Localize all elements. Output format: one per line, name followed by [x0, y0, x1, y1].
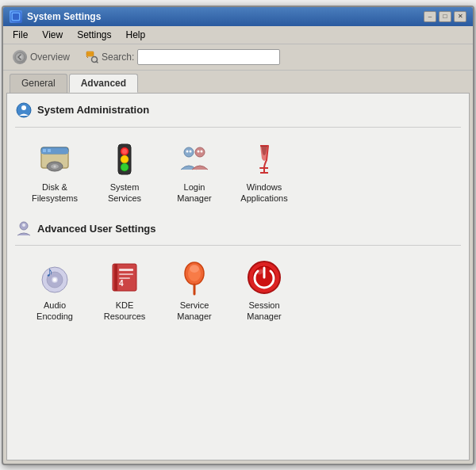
- close-button[interactable]: ✕: [454, 11, 466, 22]
- section-advanced-user-settings: Advanced User Settings ♪: [15, 220, 461, 326]
- svg-point-24: [190, 150, 192, 152]
- session-manager-icon: [245, 258, 283, 296]
- icon-item-session-manager[interactable]: SessionManager: [232, 255, 296, 326]
- back-icon: [13, 50, 27, 64]
- svg-point-25: [198, 150, 200, 152]
- content-area: System Administration: [6, 93, 470, 460]
- section-header-advanced-user: Advanced User Settings: [15, 220, 461, 237]
- system-services-icon: [106, 140, 144, 178]
- icon-item-kde-resources[interactable]: 4 KDE Resources: [93, 255, 156, 326]
- kde-resources-label: KDE Resources: [96, 300, 153, 323]
- svg-point-7: [21, 105, 26, 110]
- svg-rect-15: [48, 149, 51, 152]
- tabs: General Advanced: [3, 71, 473, 93]
- svg-point-23: [186, 150, 189, 152]
- service-manager-label: ServiceManager: [177, 300, 211, 323]
- icon-item-audio-encoding[interactable]: ♪ Audio Encoding: [23, 255, 86, 326]
- svg-text:4: 4: [119, 279, 124, 288]
- svg-point-30: [22, 224, 25, 227]
- svg-point-45: [190, 265, 199, 273]
- svg-point-21: [184, 147, 194, 157]
- icon-item-service-manager[interactable]: ServiceManager: [163, 255, 226, 326]
- title-bar-left: System Settings: [10, 10, 101, 23]
- icon-item-system-services[interactable]: SystemServices: [93, 137, 156, 208]
- menu-view[interactable]: View: [36, 28, 69, 42]
- search-label: Search:: [102, 52, 134, 63]
- search-icon: [86, 51, 98, 63]
- svg-rect-14: [43, 149, 46, 152]
- svg-point-13: [54, 165, 56, 167]
- svg-point-2: [15, 52, 25, 62]
- login-manager-icon: [175, 140, 213, 178]
- svg-rect-38: [119, 269, 133, 271]
- icon-item-login-manager[interactable]: Login Manager: [163, 137, 226, 208]
- audio-encoding-label: Audio Encoding: [26, 300, 83, 323]
- windows-applications-icon: [245, 140, 283, 178]
- toolbar: Overview Search:: [3, 44, 473, 71]
- window-icon: [10, 10, 22, 23]
- section-icon-advanced-user: [15, 220, 33, 237]
- svg-point-19: [121, 163, 129, 171]
- icon-grid-advanced-user: ♪ Audio Encoding: [15, 255, 461, 326]
- login-manager-label: Login Manager: [166, 182, 223, 204]
- kde-resources-icon: 4: [106, 258, 144, 296]
- search-input[interactable]: [137, 49, 280, 65]
- section-title-system-admin: System Administration: [37, 104, 149, 116]
- section-title-advanced-user: Advanced User Settings: [37, 223, 156, 235]
- svg-text:♪: ♪: [46, 264, 53, 280]
- menu-help[interactable]: Help: [120, 28, 152, 42]
- icon-grid-system-admin: Disk &Filesystems SystemServices: [15, 137, 461, 208]
- back-label: Overview: [30, 52, 70, 63]
- svg-rect-37: [114, 264, 117, 291]
- service-manager-icon: [175, 258, 213, 296]
- search-area: Search:: [81, 48, 285, 67]
- tab-general[interactable]: General: [10, 74, 67, 93]
- section-system-administration: System Administration: [15, 101, 461, 208]
- session-manager-label: SessionManager: [247, 300, 281, 323]
- maximize-button[interactable]: □: [439, 11, 451, 22]
- menu-settings[interactable]: Settings: [71, 28, 117, 42]
- svg-rect-39: [119, 273, 133, 275]
- windows-applications-label: WindowsApplications: [240, 182, 287, 204]
- svg-point-34: [53, 278, 56, 281]
- icon-item-windows-applications[interactable]: WindowsApplications: [232, 137, 296, 208]
- section-icon-system-admin: [15, 101, 33, 119]
- system-services-label: SystemServices: [108, 182, 141, 204]
- minimize-button[interactable]: –: [424, 11, 436, 22]
- audio-encoding-icon: ♪: [36, 258, 74, 296]
- back-button[interactable]: Overview: [8, 48, 75, 66]
- svg-point-22: [195, 147, 205, 157]
- menu-file[interactable]: File: [6, 28, 34, 42]
- section-divider-2: [15, 245, 461, 246]
- svg-point-18: [121, 155, 129, 163]
- icon-item-disk-filesystems[interactable]: Disk &Filesystems: [23, 137, 86, 208]
- section-divider-1: [15, 127, 461, 128]
- svg-point-26: [201, 150, 203, 152]
- disk-filesystems-label: Disk &Filesystems: [32, 182, 78, 204]
- main-window: System Settings – □ ✕ File View Settings…: [2, 6, 474, 465]
- svg-point-20: [122, 149, 127, 154]
- svg-rect-1: [13, 13, 19, 20]
- menu-bar: File View Settings Help: [3, 26, 473, 44]
- section-header-system-admin: System Administration: [15, 101, 461, 119]
- tab-advanced[interactable]: Advanced: [69, 74, 138, 93]
- svg-line-5: [97, 61, 98, 63]
- title-buttons: – □ ✕: [424, 11, 466, 22]
- title-bar: System Settings – □ ✕: [3, 7, 473, 26]
- disk-filesystems-icon: [36, 140, 74, 178]
- window-title: System Settings: [27, 11, 101, 22]
